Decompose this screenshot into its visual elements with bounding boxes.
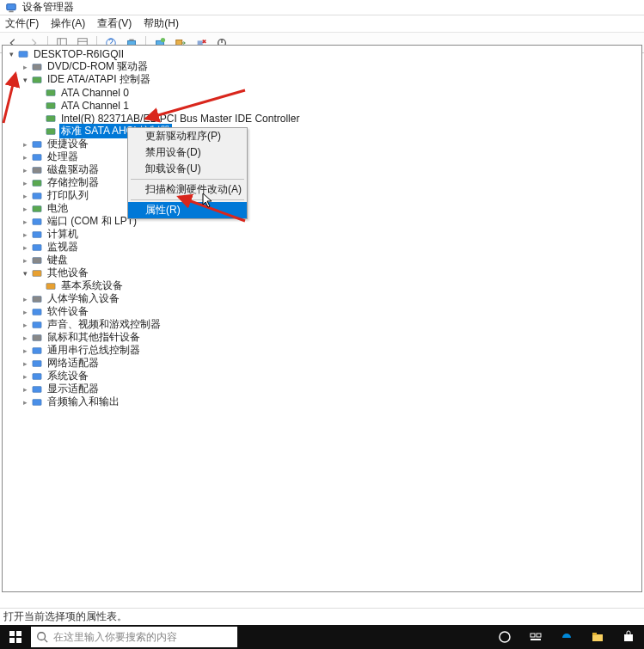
svg-rect-16 xyxy=(19,51,28,57)
menu-action[interactable]: 操作(A) xyxy=(51,16,85,31)
context-menu-item[interactable]: 扫描检测硬件改动(A) xyxy=(128,181,247,198)
tree-item[interactable]: 电池 xyxy=(3,202,641,215)
tree-item[interactable]: 其他设备 xyxy=(3,266,641,279)
tree-item[interactable]: 标准 SATA AHCI 控制器 xyxy=(3,125,641,138)
svg-rect-33 xyxy=(33,270,41,276)
svg-rect-50 xyxy=(16,638,21,643)
context-menu-item[interactable]: 禁用设备(D) xyxy=(128,144,247,161)
device-icon xyxy=(44,126,58,138)
menu-file[interactable]: 文件(F) xyxy=(5,16,39,31)
tree-item[interactable]: 显示适配器 xyxy=(3,383,641,395)
store-icon[interactable] xyxy=(613,625,644,649)
file-explorer-icon[interactable] xyxy=(582,625,613,649)
device-tree[interactable]: DESKTOP-R6IGQIIDVD/CD-ROM 驱动器IDE ATA/ATA… xyxy=(2,45,642,592)
svg-rect-19 xyxy=(46,89,55,95)
device-icon xyxy=(30,345,44,357)
tree-item[interactable]: Intel(R) 82371AB/EB PCI Bus Master IDE C… xyxy=(3,112,641,125)
tree-item[interactable]: ATA Channel 1 xyxy=(3,99,641,112)
tree-item[interactable]: IDE ATA/ATAPI 控制器 xyxy=(3,73,641,86)
tree-item[interactable]: 人体学输入设备 xyxy=(3,292,641,305)
expand-icon[interactable] xyxy=(20,358,30,369)
expand-icon[interactable] xyxy=(6,49,16,59)
device-icon xyxy=(30,267,44,279)
device-icon xyxy=(30,229,44,241)
expand-icon[interactable] xyxy=(20,178,30,188)
menu-divider xyxy=(131,199,244,200)
expand-icon[interactable] xyxy=(20,255,30,266)
tree-item[interactable]: DVD/CD-ROM 驱动器 xyxy=(3,60,641,73)
expand-icon[interactable] xyxy=(20,242,30,253)
edge-icon[interactable] xyxy=(551,625,582,649)
tree-item[interactable]: 音频输入和输出 xyxy=(3,395,641,408)
expand-icon[interactable] xyxy=(20,384,30,395)
tree-item[interactable]: 系统设备 xyxy=(3,370,641,383)
svg-rect-20 xyxy=(46,102,55,108)
search-placeholder: 在这里输入你要搜索的内容 xyxy=(53,630,177,645)
device-icon xyxy=(30,306,44,318)
expand-icon[interactable] xyxy=(20,294,30,304)
expand-icon[interactable] xyxy=(20,268,30,279)
expand-icon[interactable] xyxy=(20,152,30,162)
context-menu-item[interactable]: 更新驱动程序(P) xyxy=(128,128,247,144)
tree-item[interactable]: 端口 (COM 和 LPT) xyxy=(3,215,641,228)
svg-point-53 xyxy=(500,632,510,642)
tree-item[interactable]: 鼠标和其他指针设备 xyxy=(3,331,641,344)
tree-item[interactable]: 计算机 xyxy=(3,228,641,241)
device-icon xyxy=(30,358,44,370)
expand-icon[interactable] xyxy=(20,191,30,201)
expand-icon[interactable] xyxy=(20,217,30,227)
device-icon xyxy=(30,203,44,215)
expand-icon[interactable] xyxy=(20,230,30,240)
task-view-icon[interactable] xyxy=(520,625,551,649)
tree-item[interactable]: 打印队列 xyxy=(3,189,641,202)
cortana-icon[interactable] xyxy=(489,625,520,649)
svg-rect-0 xyxy=(7,3,16,9)
expand-icon[interactable] xyxy=(20,371,30,382)
tree-item[interactable]: 网络适配器 xyxy=(3,357,641,370)
svg-rect-55 xyxy=(537,634,541,637)
expand-icon[interactable] xyxy=(20,204,30,214)
svg-rect-26 xyxy=(33,180,41,186)
tree-item[interactable]: ATA Channel 0 xyxy=(3,86,641,99)
menu-divider xyxy=(131,179,244,180)
device-icon xyxy=(44,87,58,99)
expand-icon[interactable] xyxy=(20,346,30,356)
context-menu-item[interactable]: 卸载设备(U) xyxy=(128,161,247,177)
svg-rect-36 xyxy=(33,309,41,315)
taskbar-search[interactable]: 在这里输入你要搜索的内容 xyxy=(31,627,237,647)
svg-rect-39 xyxy=(33,347,41,353)
svg-rect-22 xyxy=(46,128,55,134)
tree-item[interactable]: 便捷设备 xyxy=(3,138,641,150)
tree-item[interactable]: 监视器 xyxy=(3,241,641,254)
expand-icon[interactable] xyxy=(20,62,30,72)
expand-icon[interactable] xyxy=(20,397,30,407)
expand-icon[interactable] xyxy=(20,139,30,150)
tree-item[interactable]: 磁盘驱动器 xyxy=(3,163,641,176)
tree-item[interactable]: 软件设备 xyxy=(3,305,641,318)
expand-icon[interactable] xyxy=(20,333,30,343)
tree-item[interactable]: 处理器 xyxy=(3,150,641,163)
menu-help[interactable]: 帮助(H) xyxy=(144,16,179,31)
tree-item[interactable]: 基本系统设备 xyxy=(3,279,641,292)
device-icon xyxy=(30,332,44,344)
start-button[interactable] xyxy=(0,625,31,649)
tree-item[interactable]: 键盘 xyxy=(3,254,641,266)
app-icon xyxy=(5,2,17,14)
tree-item[interactable]: 通用串行总线控制器 xyxy=(3,344,641,357)
svg-rect-29 xyxy=(33,218,41,224)
svg-rect-31 xyxy=(33,244,41,250)
expand-icon[interactable] xyxy=(20,320,30,330)
device-icon xyxy=(30,242,44,254)
tree-item[interactable]: 存储控制器 xyxy=(3,176,641,189)
expand-icon[interactable] xyxy=(20,307,30,317)
context-menu-item[interactable]: 属性(R) xyxy=(128,202,247,218)
expand-icon[interactable] xyxy=(20,165,30,175)
svg-rect-40 xyxy=(33,360,41,366)
expand-icon[interactable] xyxy=(20,75,30,85)
svg-rect-23 xyxy=(33,141,41,147)
tree-root[interactable]: DESKTOP-R6IGQII xyxy=(3,47,641,60)
device-icon xyxy=(30,319,44,331)
menu-view[interactable]: 查看(V) xyxy=(97,16,132,31)
svg-rect-58 xyxy=(592,633,597,635)
tree-item[interactable]: 声音、视频和游戏控制器 xyxy=(3,318,641,331)
